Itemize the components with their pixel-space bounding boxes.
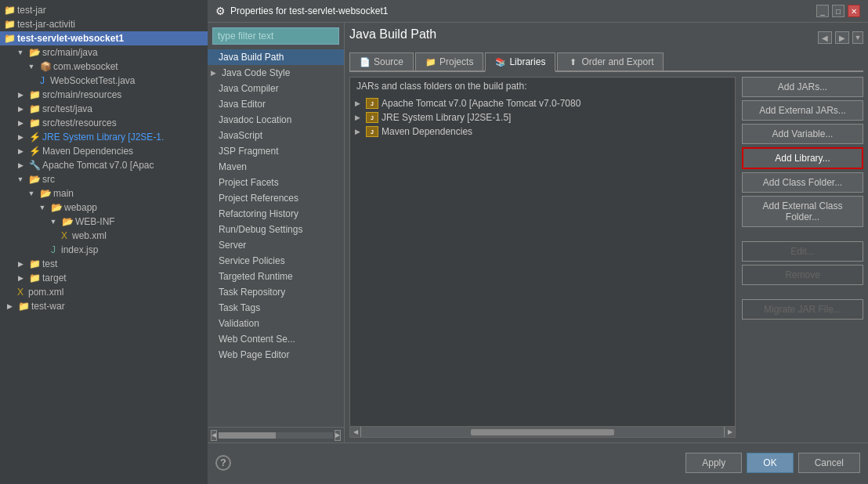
cancel-button[interactable]: Cancel xyxy=(798,453,860,473)
nav-list: Java Build Path ▶ Java Code Style Java C… xyxy=(208,49,344,427)
build-path-item-tomcat[interactable]: ▶ J Apache Tomcat v7.0 [Apache Tomcat v7… xyxy=(350,96,735,110)
collapse-icon: ▶ xyxy=(14,145,27,157)
tree-item-src-test-resources[interactable]: ▶ 📁 src/test/resources xyxy=(0,116,208,130)
tree-item-src[interactable]: ▼ 📂 src xyxy=(0,172,208,186)
horizontal-scrollbar[interactable]: ◀ ▶ xyxy=(350,426,735,437)
xml-icon: X xyxy=(14,286,27,298)
migrate-jar-button[interactable]: Migrate JAR File... xyxy=(742,299,863,320)
nav-item-run-debug[interactable]: Run/Debug Settings xyxy=(208,222,344,237)
nav-item-web-content[interactable]: Web Content Se... xyxy=(208,331,344,347)
jar-icon: J xyxy=(366,112,378,123)
tree-item-websockettest[interactable]: J WebSocketTest.java xyxy=(0,74,208,88)
tree-item-src-test-java[interactable]: ▶ 📁 src/test/java xyxy=(0,102,208,116)
tree-item-test-jar-activiti[interactable]: 📁 test-jar-activiti xyxy=(0,17,208,31)
nav-menu-button[interactable]: ▼ xyxy=(852,31,863,44)
source-tab-icon: 📄 xyxy=(360,56,371,67)
collapse-icon: ▼ xyxy=(14,173,27,186)
minimize-button[interactable]: _ xyxy=(816,5,829,17)
tree-item-test-servlet[interactable]: 📁 test-servlet-websocket1 xyxy=(0,31,208,45)
nav-item-task-tags[interactable]: Task Tags xyxy=(208,300,344,316)
tree-item-com-websocket[interactable]: ▼ 📦 com.websocket xyxy=(0,60,208,74)
xml-icon: X xyxy=(58,229,71,242)
nav-item-java-build-path[interactable]: Java Build Path xyxy=(208,49,344,65)
nav-item-java-editor[interactable]: Java Editor xyxy=(208,96,344,112)
nav-item-validation[interactable]: Validation xyxy=(208,316,344,331)
server-icon: 🔧 xyxy=(28,159,41,172)
add-jars-button[interactable]: Add JARs... xyxy=(742,77,863,97)
folder-icon: 📂 xyxy=(28,46,41,59)
tree-item-src-main-java[interactable]: ▼ 📂 src/main/java xyxy=(0,45,208,60)
tab-projects[interactable]: 📁 Projects xyxy=(415,52,483,70)
dialog-body: Java Build Path ▶ Java Code Style Java C… xyxy=(208,23,868,442)
tree-item-test[interactable]: ▶ 📁 test xyxy=(0,257,208,271)
tree-item-webapp[interactable]: ▼ 📂 webapp xyxy=(0,200,208,215)
nav-item-project-references[interactable]: Project References xyxy=(208,190,344,206)
tree-item-index-jsp[interactable]: J index.jsp xyxy=(0,243,208,257)
scroll-right-btn[interactable]: ▶ xyxy=(724,427,735,438)
nav-forward-button[interactable]: ▶ xyxy=(835,31,849,44)
tab-libraries[interactable]: 📚 Libraries xyxy=(485,52,555,72)
tree-item-test-war[interactable]: ▶ 📁 test-war xyxy=(0,299,208,313)
nav-item-refactoring[interactable]: Refactoring History xyxy=(208,206,344,222)
apply-button[interactable]: Apply xyxy=(685,453,742,473)
nav-item-java-code-style[interactable]: ▶ Java Code Style xyxy=(208,65,344,81)
package-icon: 📦 xyxy=(39,60,52,73)
build-path-item-maven[interactable]: ▶ J Maven Dependencies xyxy=(350,125,735,139)
nav-item-web-page-editor[interactable]: Web Page Editor xyxy=(208,347,344,363)
maximize-button[interactable]: □ xyxy=(832,5,844,17)
tree-item-web-inf[interactable]: ▼ 📂 WEB-INF xyxy=(0,215,208,229)
folder-icon: 📁 xyxy=(28,117,41,129)
nav-scroll-left[interactable]: ◀ xyxy=(211,430,217,441)
nav-item-javascript[interactable]: JavaScript xyxy=(208,128,344,143)
nav-item-javadoc[interactable]: Javadoc Location xyxy=(208,112,344,128)
tree-item-test-jar[interactable]: 📁 test-jar xyxy=(0,3,208,17)
close-button[interactable]: ✕ xyxy=(848,5,860,17)
tab-order-export[interactable]: ⬆ Order and Export xyxy=(557,52,664,70)
folder-icon: 📁 xyxy=(28,88,41,101)
add-external-jars-button[interactable]: Add External JARs... xyxy=(742,100,863,121)
nav-item-java-compiler[interactable]: Java Compiler xyxy=(208,81,344,96)
help-button[interactable]: ? xyxy=(215,455,231,471)
tree-item-target[interactable]: ▶ 📁 target xyxy=(0,271,208,285)
expand-icon: ▶ xyxy=(355,128,363,135)
nav-panel: Java Build Path ▶ Java Code Style Java C… xyxy=(208,23,345,442)
nav-item-server[interactable]: Server xyxy=(208,237,344,253)
nav-item-service-policies[interactable]: Service Policies xyxy=(208,253,344,269)
add-variable-button[interactable]: Add Variable... xyxy=(742,124,863,144)
tree-item-jre-library[interactable]: ▶ ⚡ JRE System Library [J2SE-1. xyxy=(0,130,208,144)
tabs-bar: 📄 Source 📁 Projects 📚 Libraries ⬆ Order … xyxy=(349,52,863,72)
nav-scroll-right[interactable]: ▶ xyxy=(335,430,341,441)
tab-source[interactable]: 📄 Source xyxy=(349,52,414,70)
filter-input[interactable] xyxy=(212,27,339,45)
library-icon: ⚡ xyxy=(28,131,41,143)
tree-item-web-xml[interactable]: X web.xml xyxy=(0,229,208,243)
nav-back-button[interactable]: ◀ xyxy=(818,31,832,44)
tree-item-pom-xml[interactable]: X pom.xml xyxy=(0,285,208,299)
nav-item-task-repository[interactable]: Task Repository xyxy=(208,284,344,300)
collapse-icon: ▼ xyxy=(36,201,49,214)
project-icon: 📁 xyxy=(3,18,16,31)
nav-item-targeted-runtime[interactable]: Targeted Runtime xyxy=(208,269,344,284)
tree-item-apache-tomcat[interactable]: ▶ 🔧 Apache Tomcat v7.0 [Apac xyxy=(0,158,208,172)
build-path-panel: JARs and class folders on the build path… xyxy=(349,77,736,438)
nav-item-project-facets[interactable]: Project Facets xyxy=(208,175,344,190)
nav-item-maven[interactable]: Maven xyxy=(208,159,344,175)
add-library-button[interactable]: Add Library... xyxy=(742,147,863,169)
scroll-left-btn[interactable]: ◀ xyxy=(350,427,361,438)
tree-item-maven-deps[interactable]: ▶ ⚡ Maven Dependencies xyxy=(0,144,208,158)
build-path-title: JARs and class folders on the build path… xyxy=(350,78,735,95)
add-class-folder-button[interactable]: Add Class Folder... xyxy=(742,172,863,193)
edit-button[interactable]: Edit... xyxy=(742,241,863,262)
remove-button[interactable]: Remove xyxy=(742,265,863,285)
expand-icon: ▼ xyxy=(14,46,27,59)
tree-item-src-main-resources[interactable]: ▶ 📁 src/main/resources xyxy=(0,88,208,102)
collapse-icon: ▶ xyxy=(14,131,27,143)
add-external-class-folder-button[interactable]: Add External Class Folder... xyxy=(742,196,863,227)
scroll-track[interactable] xyxy=(363,429,722,435)
build-path-item-jre[interactable]: ▶ J JRE System Library [J2SE-1.5] xyxy=(350,110,735,125)
ok-button[interactable]: OK xyxy=(747,453,793,473)
tree-item-main[interactable]: ▼ 📂 main xyxy=(0,186,208,200)
file-icon: J xyxy=(36,74,49,87)
dialog-controls: _ □ ✕ xyxy=(816,5,860,17)
nav-item-jsp-fragment[interactable]: JSP Fragment xyxy=(208,143,344,159)
